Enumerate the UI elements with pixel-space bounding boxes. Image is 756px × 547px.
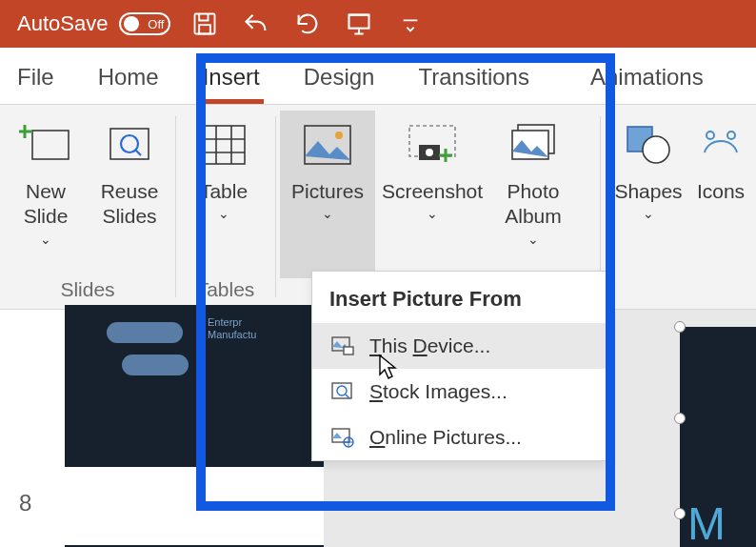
pictures-dropdown: Insert Picture From This Device... Stock… xyxy=(311,271,608,461)
reuse-slides-button[interactable]: Reuse Slides xyxy=(88,111,171,278)
group-illustrations: Shapes ⌄ Icons xyxy=(601,105,753,309)
customize-qat-icon[interactable] xyxy=(393,7,428,41)
pictures-label: Pictures xyxy=(291,179,364,204)
online-pictures-icon xyxy=(329,426,356,449)
menu-item-online-pictures[interactable]: Online Pictures... xyxy=(312,415,607,460)
new-slide-icon xyxy=(16,116,75,173)
slide-thumbnail[interactable]: Enterpr Manufactu xyxy=(65,305,350,467)
screenshot-icon xyxy=(403,116,462,173)
shapes-label: Shapes xyxy=(614,179,682,204)
menu-item-label: This Device... xyxy=(369,334,490,357)
menu-item-label: Stock Images... xyxy=(369,380,507,403)
chevron-down-icon: ⌄ xyxy=(322,206,333,221)
shapes-icon xyxy=(619,116,678,173)
menu-item-label: Online Pictures... xyxy=(369,426,522,449)
tab-home[interactable]: Home xyxy=(94,54,163,104)
pictures-button[interactable]: Pictures ⌄ xyxy=(280,111,375,278)
tab-animations[interactable]: Animations xyxy=(587,54,707,104)
tab-transitions[interactable]: Transitions xyxy=(414,54,532,104)
undo-icon[interactable] xyxy=(239,7,273,41)
thumb-shape xyxy=(107,322,183,343)
pictures-icon xyxy=(298,116,357,173)
svg-rect-1 xyxy=(200,25,211,33)
thumb-text: Enterpr Manufactu xyxy=(208,316,256,341)
chevron-down-icon: ⌄ xyxy=(40,232,51,247)
tab-insert[interactable]: Insert xyxy=(199,54,264,104)
svg-rect-4 xyxy=(110,129,149,159)
chevron-down-icon: ⌄ xyxy=(527,232,539,247)
tab-design[interactable]: Design xyxy=(300,54,379,104)
chevron-down-icon: ⌄ xyxy=(427,206,438,221)
table-button[interactable]: Table ⌄ xyxy=(180,111,268,278)
svg-rect-2 xyxy=(349,15,369,29)
svg-point-11 xyxy=(426,149,433,156)
new-slide-button[interactable]: New Slide ⌄ xyxy=(4,111,88,278)
selection-handle[interactable] xyxy=(674,413,686,424)
autosave-label: AutoSave xyxy=(17,11,108,36)
screenshot-label: Screenshot xyxy=(382,179,483,204)
toggle-knob xyxy=(124,16,139,31)
slide-object[interactable]: M xyxy=(680,327,756,547)
svg-point-8 xyxy=(335,132,343,139)
tab-file[interactable]: File xyxy=(13,54,58,104)
slide-text: M xyxy=(687,497,726,547)
autosave-toggle[interactable]: Off xyxy=(119,12,170,35)
slide-number: 8 xyxy=(19,490,310,517)
svg-point-15 xyxy=(643,136,669,163)
menu-item-this-device[interactable]: This Device... xyxy=(312,323,607,369)
svg-rect-3 xyxy=(32,131,69,159)
title-bar: AutoSave Off xyxy=(0,0,756,48)
svg-rect-6 xyxy=(203,126,245,164)
present-icon[interactable] xyxy=(342,7,376,41)
photo-album-icon xyxy=(504,116,563,173)
svg-point-17 xyxy=(727,132,735,139)
selection-handle[interactable] xyxy=(674,321,686,333)
group-label-slides: Slides xyxy=(4,278,171,305)
slide-thumbnail-panel: Enterpr Manufactu 8 xyxy=(0,310,324,547)
stock-images-icon xyxy=(329,380,356,403)
reuse-slides-icon xyxy=(100,116,159,173)
svg-rect-19 xyxy=(344,347,353,355)
device-icon xyxy=(329,334,356,357)
dropdown-header: Insert Picture From xyxy=(312,272,607,323)
save-icon[interactable] xyxy=(188,7,222,41)
icons-label: Icons xyxy=(697,179,745,204)
shapes-button[interactable]: Shapes ⌄ xyxy=(605,111,692,278)
thumb-shape xyxy=(122,355,189,375)
screenshot-button[interactable]: Screenshot ⌄ xyxy=(375,111,489,278)
table-label: Table xyxy=(200,179,248,204)
photo-album-label: Photo Album xyxy=(505,179,562,230)
svg-point-21 xyxy=(337,386,347,395)
autosave-control[interactable]: AutoSave Off xyxy=(17,11,170,36)
chevron-down-icon: ⌄ xyxy=(218,206,229,221)
toggle-state-label: Off xyxy=(148,17,164,31)
ribbon-tabs: File Home Insert Design Transitions Anim… xyxy=(0,48,756,105)
group-label-tables: Tables xyxy=(180,278,271,305)
chevron-down-icon: ⌄ xyxy=(643,206,654,221)
group-slides: New Slide ⌄ Reuse Slides Slides xyxy=(0,105,175,309)
reuse-slides-label: Reuse Slides xyxy=(101,179,159,230)
menu-item-stock-images[interactable]: Stock Images... xyxy=(312,369,607,415)
new-slide-label: New Slide xyxy=(24,179,69,230)
icons-icon xyxy=(691,116,750,173)
photo-album-button[interactable]: Photo Album ⌄ xyxy=(489,111,577,278)
selection-handle[interactable] xyxy=(674,508,686,519)
svg-point-16 xyxy=(706,132,714,139)
table-icon xyxy=(194,116,253,173)
icons-button[interactable]: Icons xyxy=(692,111,749,278)
group-tables: Table ⌄ Tables xyxy=(176,105,275,309)
svg-rect-0 xyxy=(195,14,215,34)
redo-icon[interactable] xyxy=(290,7,325,41)
